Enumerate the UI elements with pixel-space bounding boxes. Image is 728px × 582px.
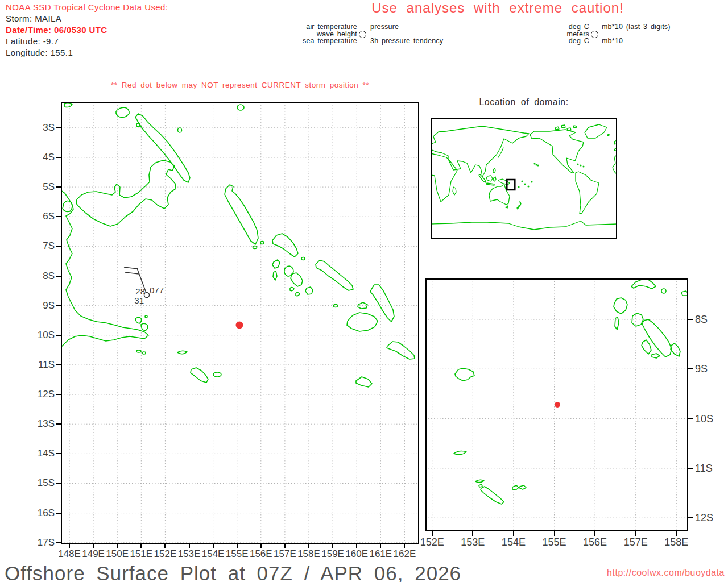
axis-tick xyxy=(332,544,333,548)
axis-tick xyxy=(380,544,381,548)
axis-tick xyxy=(284,544,286,548)
axis-tick-label: 11S xyxy=(695,462,713,474)
axis-tick-label: 12S xyxy=(695,512,713,524)
axis-tick xyxy=(594,531,595,536)
axis-tick xyxy=(56,364,61,365)
axis-tick-label: 15S xyxy=(33,477,55,489)
axis-tick-label: 159E xyxy=(321,548,344,560)
axis-tick xyxy=(432,531,433,536)
axis-tick xyxy=(688,418,693,419)
axis-tick xyxy=(56,542,61,543)
axis-tick xyxy=(688,319,693,320)
axis-tick-label: 157E xyxy=(274,548,296,560)
legend-label: pressure xyxy=(370,23,443,31)
storm-datetime-line: Date/Time: 06/0530 UTC xyxy=(6,25,107,35)
main-map-coastlines xyxy=(61,103,415,387)
axis-tick-label: 160E xyxy=(345,548,368,560)
storm-position-dot xyxy=(555,402,560,408)
station-legend-variables-left: air temperature wave height sea temperat… xyxy=(272,23,357,45)
axis-tick xyxy=(56,453,61,454)
axis-tick-label: 8S xyxy=(33,271,55,282)
axis-tick-label: 10S xyxy=(695,413,713,425)
station-model-circle-icon xyxy=(359,31,366,38)
axis-tick-label: 154E xyxy=(202,548,225,560)
axis-tick-label: 158E xyxy=(297,548,320,560)
axis-tick xyxy=(260,544,262,548)
axis-tick-label: 149E xyxy=(82,548,105,560)
axis-tick xyxy=(69,544,70,548)
legend-label: 3h pressure tendency xyxy=(370,38,443,45)
caution-title: Use analyses with extreme caution! xyxy=(371,0,624,16)
axis-tick-label: 10S xyxy=(33,330,55,341)
axis-tick-label: 9S xyxy=(33,300,55,311)
station-pressure: 077 xyxy=(150,285,164,295)
axis-tick xyxy=(404,544,405,548)
main-map-svg: 28 077 31 xyxy=(61,102,419,544)
axis-tick-label: 3S xyxy=(33,122,55,134)
storm-latitude-line: Latitude: -9.7 xyxy=(6,36,59,46)
axis-tick xyxy=(56,157,61,158)
axis-tick-label: 156E xyxy=(583,537,607,548)
axis-tick-label: 6S xyxy=(33,211,55,222)
axis-tick xyxy=(56,513,61,514)
axis-tick-label: 155E xyxy=(542,537,566,548)
axis-tick-label: 8S xyxy=(695,314,708,326)
axis-tick-label: 154E xyxy=(502,537,526,548)
axis-tick xyxy=(56,216,61,217)
buoy-plot-screen: NOAA SSD Tropical Cyclone Data Used: Sto… xyxy=(0,0,728,582)
zoom-map-coastlines xyxy=(454,280,688,504)
source-url: http://coolwx.com/buoydata xyxy=(607,568,725,578)
axis-tick xyxy=(164,544,166,548)
axis-tick-label: 4S xyxy=(33,152,55,163)
axis-tick-label: 156E xyxy=(250,548,272,560)
axis-tick xyxy=(688,517,693,518)
legend-label: deg C xyxy=(521,23,589,31)
axis-tick xyxy=(56,246,61,247)
inset-title: Location of domain: xyxy=(479,97,568,107)
axis-tick-label: 150E xyxy=(106,548,129,560)
axis-tick xyxy=(56,394,61,395)
axis-tick-label: 13S xyxy=(33,418,55,430)
legend-label: mb*10 xyxy=(602,38,671,45)
legend-label: deg C xyxy=(521,38,589,45)
axis-tick xyxy=(676,531,677,536)
axis-tick-label: 158E xyxy=(664,537,688,548)
axis-tick xyxy=(688,368,693,369)
axis-tick xyxy=(688,468,693,469)
axis-tick xyxy=(308,544,309,548)
axis-tick-label: 14S xyxy=(33,448,55,459)
axis-tick-label: 162E xyxy=(394,548,416,560)
axis-tick xyxy=(117,544,118,548)
axis-tick-label: 155E xyxy=(226,548,249,560)
legend-label: sea temperature xyxy=(272,38,357,45)
main-map: 28 077 31 xyxy=(61,102,419,544)
station-legend-variables-right: pressure 3h pressure tendency xyxy=(370,23,443,45)
axis-tick xyxy=(56,127,61,128)
storm-longitude-line: Longitude: 155.1 xyxy=(6,48,73,57)
axis-tick-label: 152E xyxy=(154,548,177,560)
station-model-circle-icon xyxy=(591,31,598,38)
axis-tick xyxy=(554,531,555,536)
storm-name-line: Storm: MAILA xyxy=(6,14,61,23)
axis-tick xyxy=(56,305,61,306)
world-coastlines xyxy=(431,124,617,230)
axis-tick xyxy=(93,544,94,548)
axis-tick xyxy=(237,544,238,548)
axis-tick-label: 16S xyxy=(33,508,55,519)
axis-tick-label: 11S xyxy=(33,359,55,371)
axis-tick-label: 151E xyxy=(130,548,152,560)
station-air-temp: 28 xyxy=(135,286,145,296)
axis-tick xyxy=(472,531,473,536)
axis-tick xyxy=(635,531,636,536)
axis-tick xyxy=(56,423,61,425)
axis-tick-label: 161E xyxy=(369,548,392,560)
zoom-map-svg xyxy=(425,278,688,531)
station-legend-units-right: mb*10 (last 3 digits) mb*10 xyxy=(602,23,671,45)
storm-position-dot xyxy=(236,322,243,329)
axis-tick-label: 148E xyxy=(58,548,81,560)
axis-tick-label: 152E xyxy=(420,537,444,548)
axis-tick-label: 12S xyxy=(33,389,55,400)
axis-tick-label: 7S xyxy=(33,240,55,252)
axis-tick-label: 157E xyxy=(624,537,648,548)
axis-tick xyxy=(213,544,214,548)
